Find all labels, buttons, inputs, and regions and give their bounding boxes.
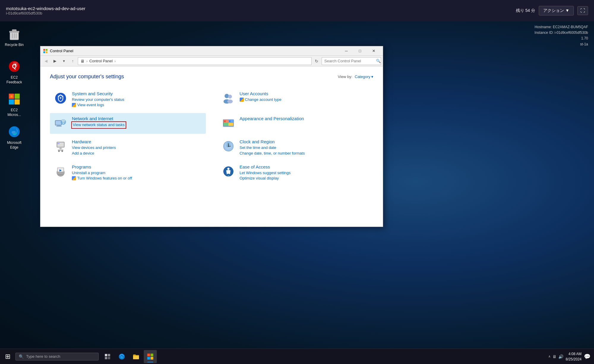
hostname-line3: 1.70 [535,36,588,41]
svg-rect-59 [58,174,63,175]
programs-text: Programs Uninstall a program Turn Window… [72,164,202,181]
action-button[interactable]: アクション ▼ [539,6,574,15]
network-internet-icon [53,116,68,130]
desktop-icon-ec2-feedback[interactable]: Q ■ EC2Feedback [2,59,26,85]
user-accounts-link1[interactable]: Change account type [240,97,370,102]
svg-point-47 [58,150,60,152]
cp-content: Adjust your computer's settings View by:… [40,66,383,227]
svg-rect-73 [151,353,153,356]
svg-rect-68 [108,357,110,359]
taskbar-search[interactable]: 🔍 Type here to search [15,353,99,360]
category-programs[interactable]: Programs Uninstall a program Turn Window… [50,161,206,184]
taskbar-clock[interactable]: 4:08 AM 8/25/2024 [566,351,582,362]
svg-point-26 [228,95,232,98]
desktop-icon-ec2-microsoft[interactable]: EC2Micros... [2,92,26,118]
ec2-microsoft-icon [7,92,21,106]
hostname-line2: Instance ID: i-01d9cef6005df530b [535,30,588,36]
category-hardware[interactable]: Hardware View devices and printers Add a… [50,136,206,159]
systray-up-arrow[interactable]: ∧ [548,355,551,358]
network-internet-link1[interactable]: View network status and tasks [72,122,126,128]
notification-button[interactable]: 💬 [584,353,590,360]
category-user-accounts[interactable]: User Accounts Change account type [218,88,374,111]
taskbar-file-explorer[interactable] [129,350,143,363]
instance-id: i-01d9cef6005df530b [6,11,86,15]
svg-point-54 [228,146,229,147]
breadcrumb-control-panel[interactable]: Control Panel [89,59,113,63]
search-box[interactable]: 🔍 [322,57,381,65]
task-view-button[interactable] [101,350,114,363]
taskbar-right: ∧ 🖥 🔊 4:08 AM 8/25/2024 💬 [548,351,594,362]
svg-point-70 [120,356,123,357]
category-ease-of-access[interactable]: ◷ Ease of Access Let Windows suggest set… [218,161,374,184]
svg-rect-74 [147,357,150,359]
user-accounts-name[interactable]: User Accounts [240,91,370,96]
system-security-text: System and Security Review your computer… [72,91,202,108]
ease-of-access-name[interactable]: Ease of Access [240,164,370,169]
taskbar-active-app[interactable] [144,350,157,363]
systray-sound-icon[interactable]: 🔊 [558,354,563,359]
svg-rect-17 [43,49,45,51]
svg-rect-67 [105,357,107,359]
forward-button[interactable]: ▶ [51,57,59,65]
top-bar-info: mototsuka-ec2-windows-ad-dev-ad-user i-0… [6,6,86,15]
maximize-button[interactable]: □ [353,46,367,56]
hardware-link1[interactable]: View devices and printers [72,145,202,150]
clock-region-icon [221,139,236,153]
start-button[interactable]: ⊞ [0,349,15,364]
svg-rect-72 [147,353,150,356]
viewby-value[interactable]: Category ▾ [355,74,373,79]
taskbar: ⊞ 🔍 Type here to search [0,349,594,364]
recent-locations-button[interactable]: ▾ [60,57,68,65]
systray: ∧ 🖥 🔊 [548,354,563,359]
recycle-bin-icon [7,27,21,41]
network-internet-name[interactable]: Network and Internet [72,116,202,121]
category-appearance[interactable]: Appearance and Personalization [218,113,374,134]
programs-link2[interactable]: Turn Windows features on or off [72,176,202,181]
taskbar-apps [101,350,157,363]
cp-heading: Adjust your computer's settings [50,74,124,80]
address-breadcrumb[interactable]: 🖥 › Control Panel › [78,57,312,65]
ease-of-access-link2[interactable]: Optimize visual display [240,176,370,181]
appearance-text: Appearance and Personalization [240,116,370,122]
hardware-link2[interactable]: Add a device [72,151,202,156]
programs-link1[interactable]: Uninstall a program [72,170,202,176]
category-network-internet[interactable]: Network and Internet View network status… [50,113,206,134]
search-icon: 🔍 [376,59,381,63]
appearance-name[interactable]: Appearance and Personalization [240,116,370,121]
system-security-link2[interactable]: View event logs [72,102,202,108]
category-clock-region[interactable]: Clock and Region Set the time and date C… [218,136,374,159]
clock-region-name[interactable]: Clock and Region [240,139,370,144]
hardware-name[interactable]: Hardware [72,139,202,144]
ec2-feedback-label: EC2Feedback [5,75,23,85]
clock-region-text: Clock and Region Set the time and date C… [240,139,370,156]
search-input[interactable] [324,59,374,63]
system-security-link1[interactable]: Review your computer's status [72,97,202,102]
appearance-icon [221,116,236,130]
close-button[interactable]: ✕ [367,46,380,56]
svg-rect-41 [229,120,230,122]
system-security-name[interactable]: System and Security [72,91,202,96]
fullscreen-button[interactable]: ⛶ [577,6,588,15]
refresh-button[interactable]: ↻ [313,57,320,65]
svg-rect-30 [57,125,61,126]
svg-rect-13 [15,99,20,104]
taskbar-edge[interactable] [115,350,128,363]
clock-region-link1[interactable]: Set the time and date [240,145,370,150]
ec2-microsoft-label: EC2Micros... [6,107,22,118]
svg-rect-14 [10,95,12,97]
svg-point-16 [12,131,16,133]
svg-rect-65 [105,354,107,356]
svg-point-61 [227,168,229,170]
system-security-icon [53,91,68,105]
clock-region-link2[interactable]: Change date, time, or number formats [240,151,370,156]
category-system-security[interactable]: System and Security Review your computer… [50,88,206,111]
viewby-value-text: Category [355,74,370,79]
ec2-feedback-icon: Q ■ [7,59,21,74]
minimize-button[interactable]: ─ [339,46,353,56]
ease-of-access-link1[interactable]: Let Windows suggest settings [240,170,370,176]
desktop-icon-microsoft-edge[interactable]: Microsoft Edge [2,125,26,150]
up-button[interactable]: ↑ [69,57,77,65]
programs-name[interactable]: Programs [72,164,202,169]
desktop-icon-recycle-bin[interactable]: Recycle Bin [2,27,26,48]
back-button[interactable]: ◀ [42,57,50,65]
